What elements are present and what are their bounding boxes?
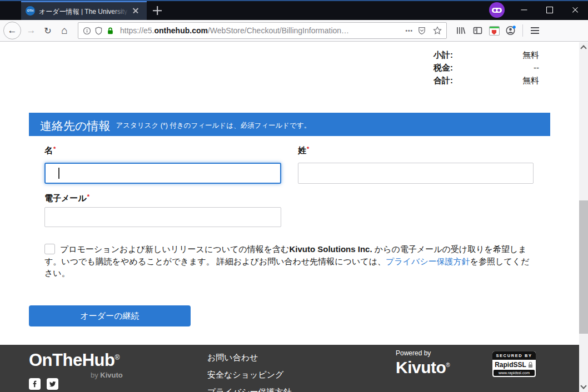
ssl-url: www.rapidssl.com — [494, 370, 535, 376]
tab-close-icon[interactable] — [131, 6, 140, 15]
kivuto-logo: Kivuto® — [396, 357, 450, 376]
home-button[interactable]: ⌂ — [57, 23, 72, 38]
onthehub-logo: OnTheHub® — [29, 350, 119, 370]
page-content: 小計: 無料 税金: -- 合計: 無料 連絡先の情報 アスタリスク (*) 付… — [0, 42, 588, 392]
summary-tax-row: 税金: -- — [433, 61, 539, 74]
vertical-scrollbar[interactable] — [579, 42, 588, 392]
first-name-label: 名* — [44, 145, 56, 156]
section-title: 連絡先の情報 — [40, 120, 111, 132]
nav-toolbar: ← → ↻ ⌂ https://e5.onthehub.com/WebStore… — [0, 20, 588, 42]
scroll-up-icon[interactable] — [580, 45, 586, 51]
ssl-secured-by: SECURED BY — [492, 351, 536, 360]
bookmark-star-icon[interactable] — [433, 26, 442, 35]
browser-tab[interactable]: OTH オーダー情報 | The University of T — [21, 1, 147, 20]
titlebar: OTH オーダー情報 | The University of T — [0, 0, 588, 20]
twitter-icon[interactable] — [47, 378, 58, 390]
extension-shield-icon[interactable] — [486, 22, 502, 39]
rapidssl-badge[interactable]: SECURED BY RapidSSL www.rapidssl.com — [492, 351, 536, 377]
required-marker: * — [53, 145, 56, 152]
tab-favicon-icon: OTH — [26, 6, 35, 16]
consent-checkbox[interactable] — [44, 244, 55, 254]
maximize-button[interactable] — [537, 1, 562, 19]
url-bar[interactable]: https://e5.onthehub.com/WebStore/Checkou… — [78, 22, 447, 39]
sidebar-icon[interactable] — [469, 22, 486, 39]
subtotal-value: 無料 — [522, 48, 539, 61]
ssl-lock-icon — [527, 361, 534, 368]
url-text[interactable]: https://e5.onthehub.com/WebStore/Checkou… — [120, 26, 401, 35]
account-icon[interactable] — [502, 22, 519, 39]
toolbar-right-icons — [452, 22, 543, 39]
secure-lock-icon[interactable] — [106, 27, 114, 35]
page-actions-icon[interactable]: ••• — [405, 28, 413, 34]
section-subtitle: アスタリスク (*) 付きのフィールドは、必須フィールドです。 — [116, 121, 311, 132]
reload-button[interactable]: ↻ — [40, 23, 56, 38]
social-icons — [29, 378, 58, 390]
byline: by Kivuto — [91, 371, 123, 379]
first-name-input[interactable] — [44, 163, 281, 184]
page-info-icon[interactable] — [83, 27, 91, 35]
back-button[interactable]: ← — [3, 22, 21, 39]
window-controls — [511, 1, 588, 19]
footer-link-secure-shopping[interactable]: 安全なショッピング — [207, 370, 292, 380]
new-tab-button[interactable] — [151, 4, 163, 17]
contact-info-section-header: 連絡先の情報 アスタリスク (*) 付きのフィールドは、必須フィールドです。 — [29, 113, 550, 136]
last-name-input[interactable] — [298, 163, 534, 184]
ssl-brand: RapidSSL — [495, 361, 526, 369]
scroll-down-icon[interactable] — [580, 383, 586, 389]
total-label: 合計: — [433, 74, 453, 87]
tab-title-fade — [112, 6, 129, 15]
forward-button: → — [23, 23, 39, 38]
tax-label: 税金: — [433, 61, 453, 74]
powered-by-kivuto: Powered by Kivuto® — [396, 349, 450, 376]
required-marker: * — [307, 145, 309, 152]
tax-value: -- — [534, 61, 539, 74]
browser-window: OTH オーダー情報 | The University of T ← → ↻ ⌂ — [0, 0, 588, 392]
required-marker: * — [87, 193, 89, 200]
text-caret — [58, 168, 59, 179]
continue-order-button[interactable]: オーダーの継続 — [29, 305, 191, 326]
private-browsing-mask-icon — [489, 2, 505, 18]
last-name-label: 姓* — [298, 145, 309, 156]
email-input[interactable] — [44, 207, 281, 227]
summary-subtotal-row: 小計: 無料 — [433, 48, 539, 61]
first-name-field-wrap — [44, 163, 281, 184]
privacy-policy-link[interactable]: プライバシー保護方針 — [386, 257, 470, 266]
footer-links: お問い合わせ 安全なショッピング プライバシー保護方針 — [207, 353, 292, 392]
scrollbar-thumb[interactable] — [579, 200, 588, 334]
library-icon[interactable] — [452, 22, 469, 39]
toolbar-separator — [522, 24, 523, 37]
last-name-field-wrap — [298, 163, 534, 184]
footer-link-privacy[interactable]: プライバシー保護方針 — [207, 387, 292, 392]
company-name: Kivuto Solutions Inc. — [289, 244, 372, 254]
menu-icon[interactable] — [526, 22, 543, 39]
email-field-wrap — [44, 207, 281, 227]
footer-link-contact[interactable]: お問い合わせ — [207, 353, 292, 363]
consent-paragraph: プロモーションおよび新しいリリースについての情報を含むKivuto Soluti… — [44, 243, 530, 279]
ssl-brand-row: RapidSSL — [492, 360, 536, 370]
page-footer: OnTheHub® by Kivuto お問い合わせ 安全なショッピング プライ… — [0, 345, 588, 392]
total-value: 無料 — [522, 74, 539, 87]
active-tab-indicator — [21, 1, 147, 2]
email-label: 電子メール* — [44, 193, 89, 204]
pocket-icon[interactable] — [417, 26, 426, 35]
tab-title-wrap: オーダー情報 | The University of T — [39, 6, 129, 15]
tracking-protection-shield-icon[interactable] — [94, 27, 103, 35]
summary-total-row: 合計: 無料 — [433, 74, 539, 87]
minimize-button[interactable] — [511, 1, 537, 19]
close-button[interactable] — [562, 1, 588, 19]
order-summary: 小計: 無料 税金: -- 合計: 無料 — [433, 48, 539, 87]
subtotal-label: 小計: — [433, 48, 453, 61]
facebook-icon[interactable] — [29, 378, 41, 390]
powered-by-label: Powered by — [396, 349, 450, 357]
